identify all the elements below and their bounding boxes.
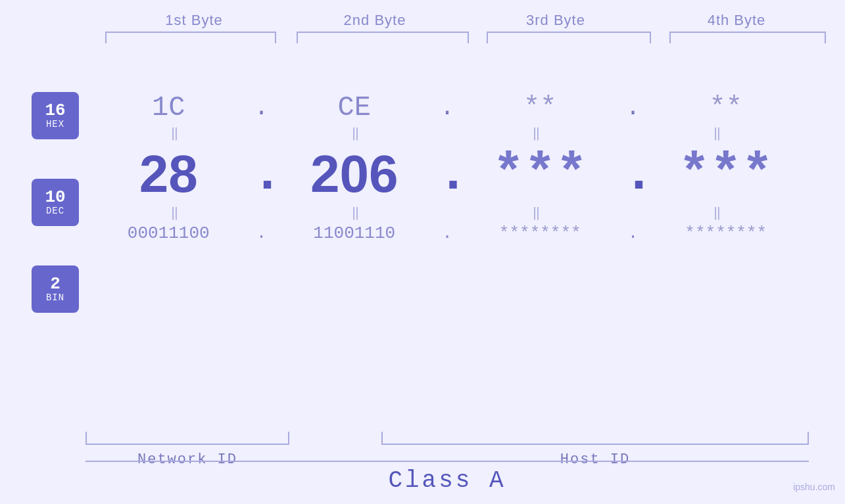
dot-dec-2: . xyxy=(437,145,457,204)
dec-badge-label: DEC xyxy=(46,206,64,216)
bin-val-4: ******** xyxy=(685,223,767,243)
hex-badge-label: HEX xyxy=(46,119,64,129)
eq-6: ‖ xyxy=(266,204,447,221)
top-brackets xyxy=(104,32,827,45)
hex-byte4: ** xyxy=(643,92,809,124)
dec-badge-num: 10 xyxy=(45,189,65,206)
hex-val-1: 1C xyxy=(152,92,185,124)
byte-labels-row: 1st Byte 2nd Byte 3rd Byte 4th Byte xyxy=(104,12,827,29)
eq-7: ‖ xyxy=(447,204,628,221)
dot-bin-1: . xyxy=(252,223,272,243)
dec-byte2: 206 xyxy=(272,144,438,204)
dec-val-2: 206 xyxy=(310,144,398,204)
badges-column: 16 HEX 10 DEC 2 BIN xyxy=(32,92,79,313)
bin-val-1: 00011100 xyxy=(128,223,210,243)
bin-byte4: ******** xyxy=(643,223,809,243)
hex-badge: 16 HEX xyxy=(32,92,79,139)
host-id-bracket xyxy=(381,432,809,445)
bin-byte3: ******** xyxy=(457,223,623,243)
eq-8: ‖ xyxy=(628,204,809,221)
main-container: 1st Byte 2nd Byte 3rd Byte 4th Byte 16 H… xyxy=(0,0,845,504)
bin-val-3: ******** xyxy=(499,223,581,243)
byte-label-4: 4th Byte xyxy=(646,12,827,29)
byte-label-1: 1st Byte xyxy=(104,12,285,29)
bracket-byte2 xyxy=(297,32,469,43)
eq-5: ‖ xyxy=(85,204,266,221)
dec-val-1: 28 xyxy=(139,144,198,204)
bracket-byte3 xyxy=(487,32,651,43)
dec-val-4: *** xyxy=(679,145,773,204)
byte-label-2: 2nd Byte xyxy=(285,12,466,29)
dec-byte3: *** xyxy=(457,145,623,204)
dot-hex-2: . xyxy=(437,95,457,122)
hex-badge-num: 16 xyxy=(45,102,65,119)
dot-bin-3: . xyxy=(623,223,643,243)
dot-bin-2: . xyxy=(437,223,457,243)
network-id-bracket xyxy=(85,432,289,445)
dec-badge: 10 DEC xyxy=(32,179,79,226)
eq-2: ‖ xyxy=(266,125,447,141)
hex-val-3: ** xyxy=(523,92,556,124)
hex-row: 1C . CE . ** . ** xyxy=(85,92,809,124)
dot-hex-3: . xyxy=(623,95,643,122)
dot-dec-3: . xyxy=(623,145,643,204)
bin-badge-label: BIN xyxy=(46,292,64,303)
bin-row: 00011100 . 11001110 . ******** . *******… xyxy=(85,223,809,243)
bracket-byte4 xyxy=(669,32,826,43)
hex-byte1: 1C xyxy=(85,92,252,124)
bin-byte2: 11001110 xyxy=(272,223,438,243)
dec-row: 28 . 206 . *** . *** xyxy=(85,144,809,204)
bin-badge-num: 2 xyxy=(50,275,60,292)
watermark: ipshu.com xyxy=(793,482,835,492)
byte-label-3: 3rd Byte xyxy=(466,12,646,29)
eq-1: ‖ xyxy=(85,125,266,141)
dot-hex-1: . xyxy=(252,95,272,122)
eq-3: ‖ xyxy=(447,125,628,141)
bracket-byte1 xyxy=(105,32,276,43)
bottom-brackets xyxy=(85,432,809,445)
data-section: 1C . CE . ** . ** ‖ ‖ ‖ ‖ 28 xyxy=(85,85,838,438)
bin-byte1: 00011100 xyxy=(85,223,252,243)
bin-val-2: 11001110 xyxy=(313,223,395,243)
class-label: Class A xyxy=(388,467,506,494)
dec-val-3: *** xyxy=(493,145,587,204)
bottom-section: Network ID Host ID xyxy=(85,432,809,451)
hex-val-2: CE xyxy=(338,92,371,124)
hex-byte3: ** xyxy=(457,92,623,124)
dot-dec-1: . xyxy=(252,145,272,204)
dec-byte4: *** xyxy=(643,145,809,204)
dec-byte1: 28 xyxy=(85,144,252,204)
bin-badge: 2 BIN xyxy=(32,265,79,313)
hex-byte2: CE xyxy=(272,92,438,124)
eq-4: ‖ xyxy=(628,125,809,141)
class-section: Class A xyxy=(85,461,809,494)
eq-row-2: ‖ ‖ ‖ ‖ xyxy=(85,204,809,221)
hex-val-4: ** xyxy=(710,92,742,124)
eq-row-1: ‖ ‖ ‖ ‖ xyxy=(85,125,809,141)
